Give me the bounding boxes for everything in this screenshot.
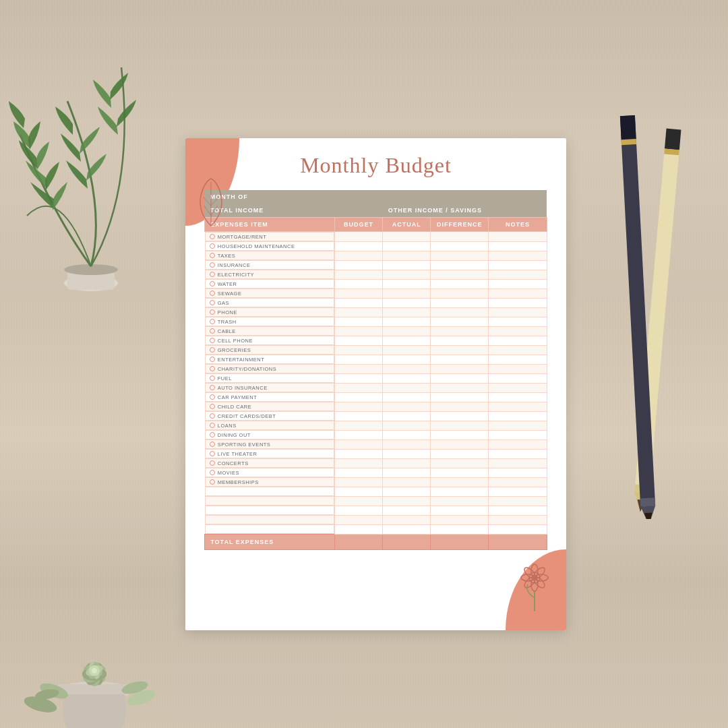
expense-row: SPORTING EVENTS [205, 439, 547, 449]
difference-cell [431, 251, 489, 260]
expense-item: CELL PHONE [205, 336, 334, 345]
expense-item: SPORTING EVENTS [205, 439, 334, 449]
actual-cell [383, 260, 431, 270]
budget-cell [335, 355, 383, 364]
actual-cell [383, 458, 431, 468]
budget-cell [335, 307, 383, 317]
budget-cell [335, 289, 383, 298]
leaf-decoration [191, 175, 231, 229]
notes-cell [489, 232, 547, 242]
expense-dot [210, 338, 215, 343]
notes-cell [489, 439, 547, 449]
difference-cell [431, 402, 489, 411]
actual-cell [383, 289, 431, 298]
budget-cell [335, 439, 383, 449]
expense-dot [210, 291, 215, 296]
notes-cell [489, 345, 547, 355]
expense-item [205, 524, 334, 534]
expense-dot [210, 243, 215, 249]
actual-cell [383, 364, 431, 373]
expense-item: SEWAGE [205, 289, 334, 298]
notes-cell [489, 392, 547, 402]
total-expenses-label: TOTAL EXPENSES [205, 535, 335, 550]
expense-row: CABLE [205, 326, 547, 336]
difference-cell [431, 458, 489, 468]
budget-cell [335, 392, 383, 402]
month-row: MONTH OF [205, 190, 547, 204]
difference-cell [431, 506, 489, 515]
expense-row: DINING OUT [205, 430, 547, 439]
pencils-decoration [600, 101, 708, 519]
svg-rect-31 [620, 115, 655, 506]
expense-row: GROCERIES [205, 345, 547, 355]
difference-cell [431, 477, 489, 487]
actual-cell [383, 317, 431, 326]
notes-cell [489, 270, 547, 279]
difference-cell [431, 241, 489, 251]
notes-cell [489, 317, 547, 326]
expense-item: GROCERIES [205, 345, 334, 355]
budget-cell [335, 279, 383, 289]
col-notes-header: NOTES [489, 218, 547, 232]
table-header-row: EXPENSES ITEM BUDGET ACTUAL DIFFERENCE N… [205, 218, 547, 232]
actual-cell [383, 430, 431, 439]
difference-cell [431, 487, 489, 496]
actual-cell [383, 345, 431, 355]
expense-row: CHARITY/DONATIONS [205, 364, 547, 373]
expense-dot [210, 432, 215, 437]
actual-cell [383, 421, 431, 430]
notes-cell [489, 515, 547, 524]
actual-cell [383, 439, 431, 449]
budget-table: MONTH OF TOTAL INCOME OTHER INCOME / SAV… [204, 190, 547, 550]
sunflower-decoration [511, 557, 558, 611]
difference-cell [431, 373, 489, 383]
expense-dot [210, 300, 215, 305]
actual-cell [383, 298, 431, 307]
expense-row: PHONE [205, 307, 547, 317]
difference-cell [431, 430, 489, 439]
notes-cell [489, 449, 547, 458]
col-actual-header: ACTUAL [383, 218, 431, 232]
notes-cell [489, 289, 547, 298]
expense-dot [210, 319, 215, 324]
actual-cell [383, 373, 431, 383]
svg-rect-34 [640, 497, 656, 506]
svg-line-41 [211, 197, 219, 206]
budget-cell [335, 430, 383, 439]
budget-document: Monthly Budget MONTH OF TOTAL INCOME OTH… [185, 138, 566, 630]
budget-cell [335, 421, 383, 430]
expense-row: TRASH [205, 317, 547, 326]
svg-rect-33 [621, 139, 636, 145]
expense-item: LIVE THEATER [205, 449, 334, 458]
notes-cell [489, 241, 547, 251]
expense-item: PHONE [205, 307, 334, 317]
budget-cell [335, 298, 383, 307]
expense-row: CELL PHONE [205, 336, 547, 345]
actual-cell [383, 506, 431, 515]
expense-row: WATER [205, 279, 547, 289]
budget-cell [335, 458, 383, 468]
difference-cell [431, 336, 489, 345]
expense-row [205, 487, 547, 496]
expense-item: WATER [205, 279, 334, 289]
notes-cell [489, 364, 547, 373]
expense-row: MOVIES [205, 468, 547, 477]
difference-cell [431, 307, 489, 317]
expense-dot [210, 479, 215, 485]
notes-cell [489, 421, 547, 430]
notes-cell [489, 506, 547, 515]
expense-row: TAXES [205, 251, 547, 260]
svg-line-40 [203, 197, 211, 206]
actual-cell [383, 355, 431, 364]
expense-row: ENTERTAINMENT [205, 355, 547, 364]
notes-cell [489, 524, 547, 535]
expense-dot [210, 309, 215, 315]
notes-cell [489, 373, 547, 383]
expense-dot [210, 272, 215, 277]
expense-item: TRASH [205, 317, 334, 326]
notes-cell [489, 468, 547, 477]
notes-cell [489, 430, 547, 439]
actual-cell [383, 279, 431, 289]
expense-item: DINING OUT [205, 430, 334, 439]
difference-cell [431, 260, 489, 270]
